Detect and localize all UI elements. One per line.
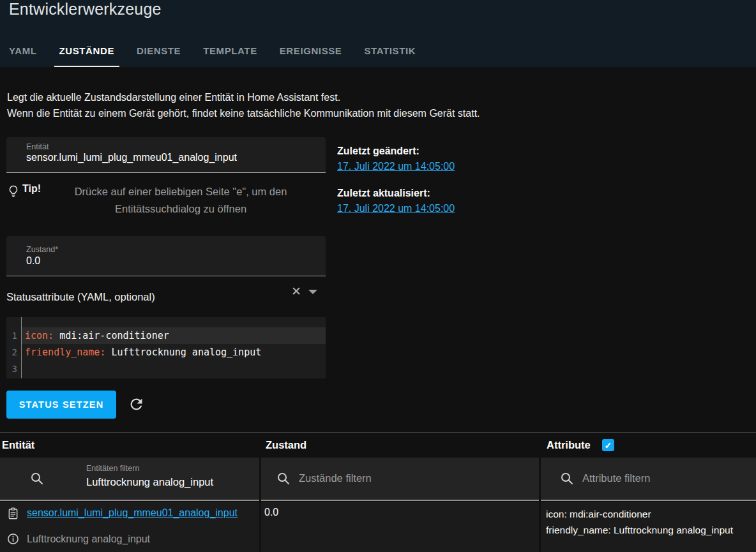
tab-yaml[interactable]: YAML [4, 38, 42, 67]
attribute-line: friendly_name: Lufttrocknung analog_inpu… [546, 522, 756, 538]
app-header: Entwicklerwerkzeuge YAML ZUSTÄNDE DIENST… [0, 0, 756, 67]
clear-entity-icon[interactable]: ✕ [288, 283, 305, 300]
entity-meta: Zuletzt geändert: 17. Juli 2022 um 14:05… [337, 145, 455, 214]
entity-id-link[interactable]: sensor.lumi_lumi_plug_mmeu01_analog_inpu… [27, 507, 238, 519]
tip-text: Drücke auf einer beliebigen Seite "e", u… [41, 183, 326, 218]
info-icon[interactable] [6, 532, 20, 546]
tab-statistik[interactable]: STATISTIK [359, 38, 421, 67]
chevron-down-icon[interactable] [308, 290, 317, 294]
tab-bar: YAML ZUSTÄNDE DIENSTE TEMPLATE EREIGNISS… [4, 38, 421, 67]
last-updated-link[interactable]: 17. Juli 2022 um 14:05:00 [337, 203, 455, 214]
intro-line-1: Legt die aktuelle Zustandsdarstellung ei… [7, 89, 480, 105]
last-changed-group: Zuletzt geändert: 17. Juli 2022 um 14:05… [337, 145, 455, 172]
line-number: 1 [6, 327, 21, 344]
intro-text: Legt die aktuelle Zustandsdarstellung ei… [7, 89, 480, 121]
entities-table-header: Entität Zustand Attribute ✓ [0, 433, 756, 458]
attribute-line: icon: mdi:air-conditioner [546, 506, 756, 522]
state-filter-input[interactable] [299, 472, 522, 484]
tab-zustaende[interactable]: ZUSTÄNDE [54, 38, 119, 67]
search-icon [276, 471, 291, 486]
entity-picker-input[interactable] [26, 152, 282, 163]
page-title: Entwicklerwerkzeuge [9, 0, 162, 19]
entity-table-row: sensor.lumi_lumi_plug_mmeu01_analog_inpu… [0, 502, 756, 552]
state-filter-cell [261, 458, 539, 501]
tip-label: Tip! [22, 183, 41, 195]
tab-ereignisse[interactable]: EREIGNISSE [275, 38, 347, 67]
entity-picker-field: Entität ✕ [6, 137, 326, 173]
line-number: 2 [6, 344, 21, 361]
attribute-lines: icon: mdi:air-conditioner friendly_name:… [541, 502, 756, 538]
tab-dienste[interactable]: DIENSTE [132, 38, 186, 67]
yaml-attributes-editor[interactable]: 1 2 3 icon:mdi:air-conditioner friendly_… [6, 317, 326, 378]
attributes-filter-cell [541, 458, 756, 501]
intro-line-2: Wenn die Entität zu einem Gerät gehört, … [7, 105, 480, 121]
entities-table-filter-row: Entitäten filtern [0, 458, 756, 501]
last-changed-link[interactable]: 17. Juli 2022 um 14:05:00 [337, 161, 455, 172]
last-updated-group: Zuletzt aktualisiert: 17. Juli 2022 um 1… [337, 187, 455, 214]
state-input[interactable] [26, 255, 307, 267]
attributes-checkbox[interactable]: ✓ [602, 439, 614, 451]
entity-cell: sensor.lumi_lumi_plug_mmeu01_analog_inpu… [0, 502, 259, 552]
refresh-icon[interactable] [128, 396, 145, 413]
tip-row: Tip! Drücke auf einer beliebigen Seite "… [6, 183, 326, 218]
column-header-entity: Entität [0, 439, 259, 451]
state-cell: 0.0 [261, 502, 539, 552]
set-state-button[interactable]: STATUS SETZEN [6, 391, 116, 419]
state-field: Zustand* [6, 236, 326, 276]
attributes-cell: icon: mdi:air-conditioner friendly_name:… [541, 502, 756, 552]
code-line-2: friendly_name:Lufttrocknung analog_input [22, 344, 326, 361]
search-icon [29, 471, 45, 486]
column-header-attributes: Attribute ✓ [541, 439, 756, 451]
lightbulb-icon [6, 184, 20, 198]
last-changed-label: Zuletzt geändert: [337, 145, 455, 158]
entity-filter-input[interactable] [86, 476, 249, 488]
editor-gutter: 1 2 3 [6, 317, 22, 378]
entity-state-value: 0.0 [264, 507, 278, 518]
entity-friendly-name: Lufttrocknung analog_input [27, 533, 150, 545]
attributes-section-title: Statusattribute (YAML, optional) [6, 291, 155, 303]
copy-clipboard-icon[interactable] [6, 507, 20, 520]
attributes-filter-input[interactable] [582, 472, 748, 484]
last-updated-label: Zuletzt aktualisiert: [337, 187, 455, 200]
line-number: 3 [6, 361, 21, 377]
entity-picker-label: Entität [26, 142, 49, 151]
code-line-1: icon:mdi:air-conditioner [22, 327, 326, 344]
tab-template[interactable]: TEMPLATE [198, 38, 262, 67]
entity-filter-label: Entitäten filtern [86, 464, 139, 473]
entity-filter-cell: Entitäten filtern [0, 458, 259, 501]
editor-code-area[interactable]: icon:mdi:air-conditioner friendly_name:L… [22, 317, 326, 378]
column-header-state: Zustand [261, 439, 539, 451]
code-line-3 [22, 361, 326, 377]
state-field-label: Zustand* [26, 245, 58, 254]
search-icon [559, 471, 575, 486]
developer-tools-page: Entwicklerwerkzeuge YAML ZUSTÄNDE DIENST… [0, 0, 756, 552]
